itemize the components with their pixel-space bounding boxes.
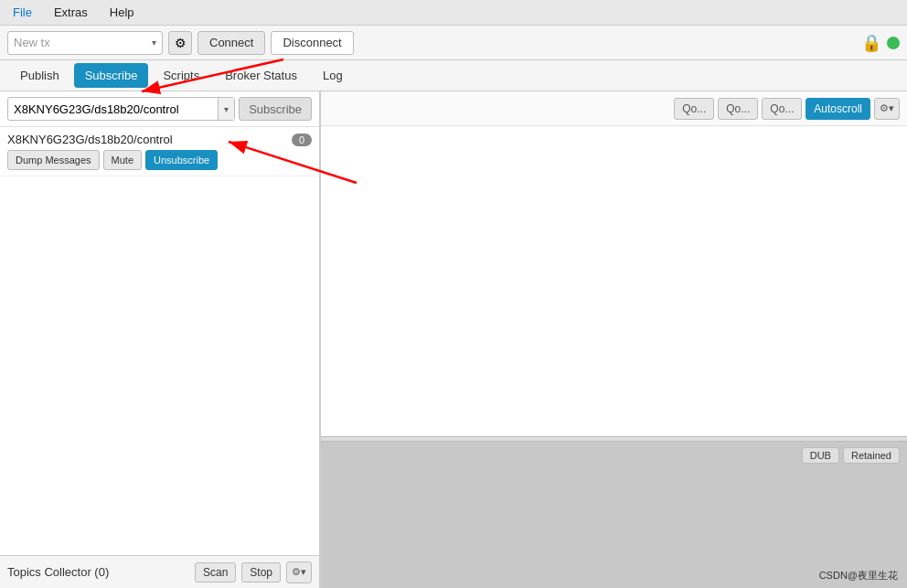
- menu-extras[interactable]: Extras: [48, 4, 93, 21]
- stop-button[interactable]: Stop: [241, 562, 281, 583]
- qos-0-button[interactable]: Qo...: [674, 98, 714, 120]
- new-tx-label: New tx: [14, 36, 50, 49]
- topic-input-wrap: ▾: [7, 97, 235, 121]
- lock-icon: 🔒: [861, 33, 881, 53]
- topics-collector-gear[interactable]: ⚙▾: [286, 561, 312, 583]
- topic-item-header: X8KNY6G23G/ds18b20/control 0: [7, 133, 312, 146]
- topic-name: X8KNY6G23G/ds18b20/control: [7, 133, 173, 146]
- qos-1-button[interactable]: Qo...: [718, 98, 758, 120]
- tab-subscribe[interactable]: Subscribe: [74, 63, 149, 88]
- new-tx-arrow: ▾: [152, 37, 156, 48]
- menu-bar: File Extras Help: [0, 0, 907, 26]
- topic-item: X8KNY6G23G/ds18b20/control 0 Dump Messag…: [0, 127, 319, 176]
- payload-badges: DUB Retained: [321, 442, 907, 469]
- topic-actions: Dump Messages Mute Unsubscribe: [7, 150, 312, 170]
- connect-button[interactable]: Connect: [197, 31, 265, 55]
- right-gear-button[interactable]: ⚙▾: [874, 98, 900, 120]
- toolbar-right: 🔒: [861, 33, 900, 53]
- autoscroll-button[interactable]: Autoscroll: [806, 98, 870, 120]
- menu-file[interactable]: File: [7, 4, 37, 21]
- menu-help[interactable]: Help: [104, 4, 140, 21]
- toolbar-gear-button[interactable]: ⚙: [168, 31, 192, 55]
- unsubscribe-button[interactable]: Unsubscribe: [145, 150, 218, 170]
- topics-list: X8KNY6G23G/ds18b20/control 0 Dump Messag…: [0, 127, 319, 555]
- right-qos-row: Qo... Qo... Qo... Autoscroll ⚙▾: [321, 91, 907, 126]
- qos-2-button[interactable]: Qo...: [762, 98, 802, 120]
- tab-publish[interactable]: Publish: [9, 63, 70, 88]
- dub-badge: DUB: [802, 447, 839, 464]
- dump-messages-button[interactable]: Dump Messages: [7, 150, 100, 170]
- topics-collector: Topics Collector (0) Scan Stop ⚙▾: [0, 555, 319, 588]
- topics-collector-label: Topics Collector (0): [7, 565, 189, 579]
- payload-area: DUB Retained CSDN@夜里生花: [321, 442, 907, 588]
- mute-button[interactable]: Mute: [103, 150, 142, 170]
- topic-count-badge: 0: [292, 134, 312, 146]
- subscribe-input-row: ▾ Subscribe: [0, 91, 319, 127]
- main-content: ▾ Subscribe X8KNY6G23G/ds18b20/control 0…: [0, 91, 907, 588]
- connection-status-dot: [887, 37, 900, 49]
- topic-input-dropdown[interactable]: ▾: [218, 98, 234, 120]
- left-panel: ▾ Subscribe X8KNY6G23G/ds18b20/control 0…: [0, 91, 320, 588]
- tab-scripts[interactable]: Scripts: [152, 63, 210, 88]
- topic-input[interactable]: [8, 98, 218, 120]
- scan-button[interactable]: Scan: [195, 562, 236, 583]
- tab-broker-status[interactable]: Broker Status: [214, 63, 308, 88]
- subscribe-button[interactable]: Subscribe: [239, 97, 312, 121]
- toolbar: New tx ▾ ⚙ Connect Disconnect 🔒: [0, 26, 907, 60]
- tab-log[interactable]: Log: [312, 63, 354, 88]
- right-panel: Qo... Qo... Qo... Autoscroll ⚙▾ DUB Reta…: [321, 91, 907, 588]
- watermark: CSDN@夜里生花: [819, 569, 898, 583]
- tab-bar: Publish Subscribe Scripts Broker Status …: [0, 60, 907, 91]
- disconnect-button[interactable]: Disconnect: [271, 31, 353, 55]
- message-display-area: [321, 126, 907, 436]
- new-tx-dropdown[interactable]: New tx ▾: [7, 31, 163, 55]
- retained-badge: Retained: [843, 447, 900, 464]
